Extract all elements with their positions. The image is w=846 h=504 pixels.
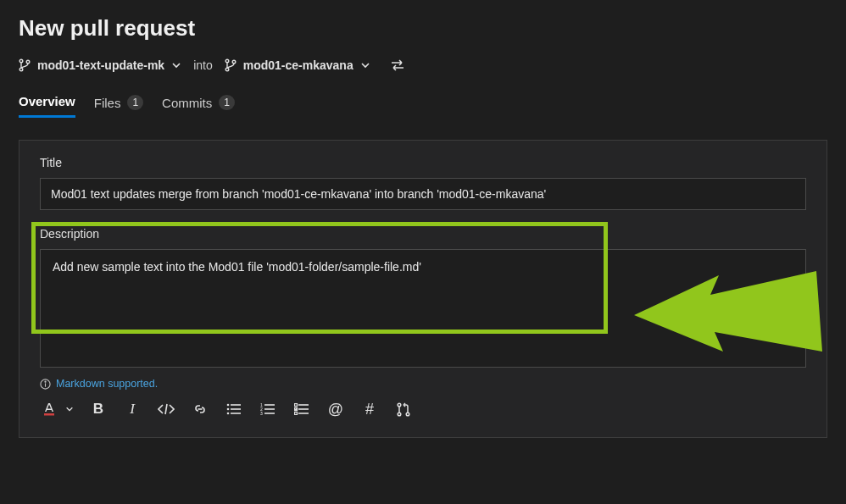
markdown-hint: Markdown supported. — [40, 378, 806, 390]
info-icon — [40, 379, 51, 390]
svg-point-29 — [406, 413, 409, 416]
swap-branches-button[interactable] — [389, 57, 406, 74]
svg-text:3: 3 — [260, 411, 263, 415]
italic-button[interactable]: I — [123, 400, 142, 418]
branch-icon — [225, 58, 237, 72]
files-count-badge: 1 — [127, 95, 143, 110]
svg-point-27 — [398, 403, 401, 407]
commits-count-badge: 1 — [219, 95, 235, 110]
link-button[interactable] — [191, 400, 209, 418]
svg-rect-18 — [264, 408, 275, 410]
bold-button[interactable]: B — [89, 400, 108, 418]
svg-rect-26 — [298, 413, 309, 414]
font-color-button[interactable] — [40, 400, 58, 418]
markdown-link[interactable]: Markdown supported. — [56, 378, 158, 390]
bullet-list-button[interactable] — [225, 400, 243, 418]
tab-overview[interactable]: Overview — [19, 94, 75, 118]
svg-rect-16 — [264, 404, 275, 406]
svg-point-9 — [227, 404, 230, 407]
description-textarea[interactable] — [40, 249, 806, 368]
mention-button[interactable]: @ — [326, 400, 345, 418]
chevron-down-icon — [171, 60, 181, 70]
svg-point-7 — [45, 381, 46, 382]
svg-rect-24 — [298, 408, 309, 410]
pull-request-link-button[interactable] — [394, 400, 413, 418]
chevron-down-icon — [360, 60, 370, 70]
checklist-button[interactable] — [292, 400, 311, 418]
svg-rect-22 — [298, 404, 309, 406]
tab-files[interactable]: Files 1 — [94, 94, 143, 118]
svg-point-28 — [398, 413, 401, 416]
page-title: New pull request — [19, 15, 827, 42]
svg-point-4 — [225, 68, 229, 71]
source-branch-label: mod01-text-update-mk — [37, 58, 164, 72]
svg-rect-14 — [231, 413, 241, 414]
svg-rect-8 — [44, 413, 54, 416]
svg-point-1 — [19, 68, 23, 71]
description-field-label: Description — [40, 227, 806, 241]
pr-form-panel: Title Description Markdown supported. — [19, 140, 827, 438]
tab-label: Files — [94, 96, 121, 110]
svg-rect-20 — [264, 413, 275, 414]
svg-rect-10 — [231, 404, 241, 406]
source-branch-selector[interactable]: mod01-text-update-mk — [19, 58, 181, 72]
svg-point-11 — [227, 408, 230, 411]
chevron-down-icon[interactable] — [65, 405, 74, 413]
svg-point-0 — [19, 59, 23, 63]
svg-point-13 — [227, 413, 230, 415]
title-input[interactable] — [40, 178, 806, 210]
tab-label: Overview — [19, 94, 75, 108]
svg-point-5 — [232, 60, 236, 64]
tab-commits[interactable]: Commits 1 — [162, 94, 235, 118]
title-field-label: Title — [40, 156, 806, 169]
code-button[interactable] — [157, 400, 175, 418]
tab-label: Commits — [162, 96, 212, 110]
svg-point-3 — [225, 59, 229, 63]
branch-icon — [19, 58, 31, 72]
into-label: into — [193, 58, 213, 72]
hashtag-button[interactable]: # — [360, 400, 379, 418]
editor-toolbar: B I 123 @ # — [40, 400, 806, 418]
target-branch-selector[interactable]: mod01-ce-mkavana — [225, 58, 370, 72]
tab-bar: Overview Files 1 Commits 1 — [19, 94, 827, 118]
svg-rect-12 — [231, 408, 241, 410]
numbered-list-button[interactable]: 123 — [259, 400, 277, 418]
svg-point-2 — [26, 60, 30, 64]
svg-rect-21 — [295, 404, 298, 407]
target-branch-label: mod01-ce-mkavana — [243, 58, 353, 72]
svg-rect-25 — [295, 413, 298, 415]
branch-selector-row: mod01-text-update-mk into mod01-ce-mkava… — [19, 57, 827, 74]
